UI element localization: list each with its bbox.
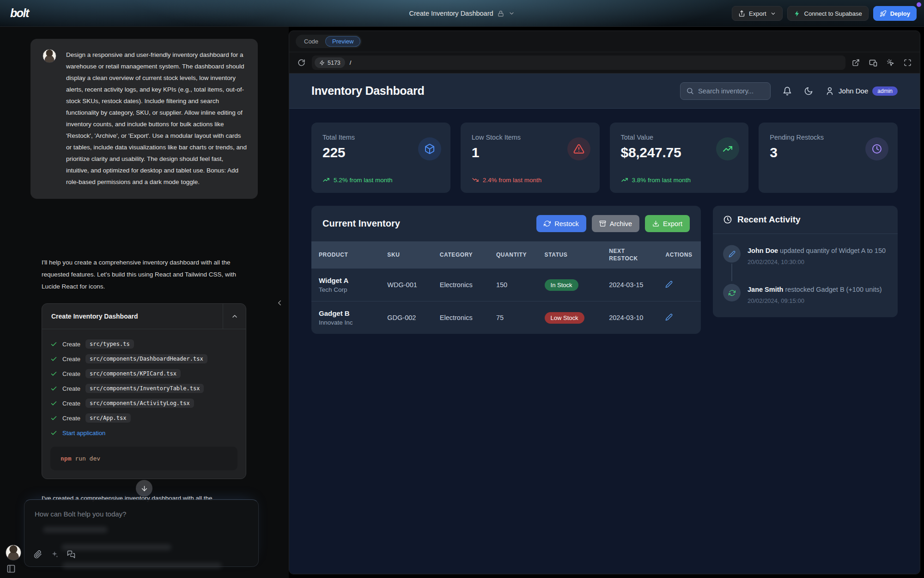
connect-supabase-button[interactable]: Connect to Supabase — [787, 6, 869, 21]
archive-icon — [599, 220, 606, 227]
blurred-suggestion — [62, 563, 222, 568]
kpi-trend: 2.4% from last month — [472, 176, 542, 184]
refresh-icon — [544, 220, 551, 227]
step-file[interactable]: src/types.ts — [85, 339, 134, 349]
check-icon — [50, 415, 57, 422]
app-header: Inventory Dashboard John Doe ad — [289, 74, 920, 109]
open-external-icon[interactable] — [852, 59, 860, 67]
export-csv-button[interactable]: Export — [645, 215, 690, 232]
enhance-prompt-icon[interactable] — [50, 550, 59, 560]
col-actions: ACTIONS — [658, 241, 701, 269]
user-message: Design a responsive and user-friendly in… — [30, 39, 258, 199]
tab-preview[interactable]: Preview — [325, 36, 360, 47]
chat-panel: Design a responsive and user-friendly in… — [0, 27, 289, 578]
tab-code[interactable]: Code — [297, 36, 325, 47]
step-action: Create — [62, 356, 80, 363]
quantity-cell[interactable]: 75 — [489, 301, 537, 334]
fullscreen-icon[interactable] — [904, 59, 912, 67]
port-pill[interactable]: 5173 — [315, 57, 345, 68]
category-cell: Electronics — [432, 269, 489, 301]
url-field[interactable]: 5173 / — [312, 55, 845, 70]
table-header-row: PRODUCT SKU CATEGORY QUANTITY STATUS NEX… — [311, 241, 701, 269]
edit-icon — [723, 245, 741, 263]
step-action: Create — [62, 415, 80, 422]
restock-icon — [723, 284, 741, 301]
activity-item: Jane Smith restocked Gadget B (+100 unit… — [723, 284, 888, 304]
user-name: John Doe — [839, 87, 868, 95]
share-icon — [738, 10, 745, 17]
terminal-command: npm run dev — [50, 447, 237, 470]
clock-icon — [723, 215, 732, 224]
kpi-trend: 3.8% from last month — [621, 176, 691, 184]
table-row: Widget A Tech Corp WDG-001 Electronics 1… — [311, 269, 701, 301]
start-application-link[interactable]: Start application — [62, 430, 105, 437]
edit-icon[interactable] — [665, 281, 673, 288]
account-avatar[interactable] — [6, 545, 21, 560]
discuss-mode-icon[interactable] — [67, 550, 75, 560]
col-product: PRODUCT — [311, 241, 380, 269]
chat-input-box[interactable] — [24, 499, 259, 567]
activity-action: restocked Gadget B (+100 units) — [785, 286, 881, 293]
chevron-down-icon — [770, 11, 776, 17]
collapse-chat-handle[interactable] — [275, 299, 284, 309]
check-icon — [50, 341, 57, 348]
step-file[interactable]: src/components/DashboardHeader.tsx — [85, 354, 207, 363]
deploy-button[interactable]: Deploy — [873, 6, 917, 21]
step-file[interactable]: src/components/KPICard.tsx — [85, 369, 181, 378]
step-file[interactable]: src/components/InventoryTable.tsx — [85, 384, 204, 393]
quantity-cell[interactable]: 150 — [489, 269, 537, 301]
next-restock-cell: 2024-03-10 — [602, 301, 658, 334]
dark-mode-toggle-icon[interactable] — [804, 86, 813, 96]
project-title-menu[interactable]: Create Inventory Dashboard — [409, 0, 515, 27]
search-input[interactable] — [698, 87, 763, 95]
rocket-icon — [880, 10, 887, 17]
product-name: Gadget B — [319, 309, 372, 317]
preview-url-bar: 5173 / — [289, 52, 920, 74]
responsive-devices-icon[interactable] — [869, 59, 877, 67]
zap-icon — [319, 60, 325, 66]
search-box[interactable] — [680, 82, 771, 100]
editor-tab-bar: Code Preview — [289, 31, 920, 52]
command-args: run dev — [75, 455, 100, 462]
export-button[interactable]: Export — [732, 6, 783, 21]
sidebar-toggle-icon[interactable] — [6, 564, 16, 575]
archive-button[interactable]: Archive — [592, 215, 639, 232]
blurred-suggestion — [61, 544, 171, 550]
collapse-artifact-button[interactable] — [223, 304, 246, 329]
attach-icon[interactable] — [34, 550, 42, 560]
step-file[interactable]: src/components/ActivityLog.tsx — [85, 399, 194, 408]
kpi-card-pending-restocks: Pending Restocks 3 — [759, 123, 898, 193]
bolt-logo[interactable]: bolt — [10, 6, 29, 20]
inspect-cursor-icon[interactable] — [887, 59, 894, 67]
arrow-down-icon — [140, 485, 148, 492]
notification-dot — [917, 2, 921, 7]
reload-icon[interactable] — [298, 59, 305, 67]
user-menu[interactable]: John Doe admin — [825, 86, 898, 96]
edit-icon[interactable] — [665, 314, 673, 321]
product-name: Widget A — [319, 277, 372, 284]
col-next-restock: NEXT RESTOCK — [602, 241, 658, 269]
restock-button[interactable]: Restock — [536, 215, 586, 232]
artifact-step: Create src/App.tsx — [50, 411, 237, 425]
blurred-suggestion — [43, 527, 108, 533]
command-name: npm — [61, 455, 71, 462]
alert-triangle-icon — [567, 137, 590, 160]
export-label: Export — [749, 10, 766, 17]
preview-app: Inventory Dashboard John Doe ad — [289, 74, 920, 574]
product-supplier: Innovate Inc — [319, 319, 372, 326]
check-icon — [50, 370, 57, 377]
step-action: Create — [62, 400, 80, 407]
sku-cell: WDG-001 — [380, 269, 432, 301]
chat-input[interactable] — [35, 510, 238, 518]
check-icon — [50, 400, 57, 407]
step-file[interactable]: src/App.tsx — [85, 413, 130, 423]
recent-activity-card: Recent Activity John Doe updated quantit… — [713, 206, 898, 317]
kpi-card-total-items: Total Items 225 5.2% from last month — [311, 123, 450, 193]
notifications-bell-icon[interactable] — [783, 86, 792, 96]
next-restock-cell: 2024-03-15 — [602, 269, 658, 301]
assistant-intro: I'll help you create a comprehensive inv… — [42, 257, 243, 293]
lock-icon — [498, 10, 505, 17]
user-message-text: Design a responsive and user-friendly in… — [66, 49, 247, 188]
scroll-down-button[interactable] — [136, 480, 152, 497]
check-icon — [50, 356, 57, 363]
